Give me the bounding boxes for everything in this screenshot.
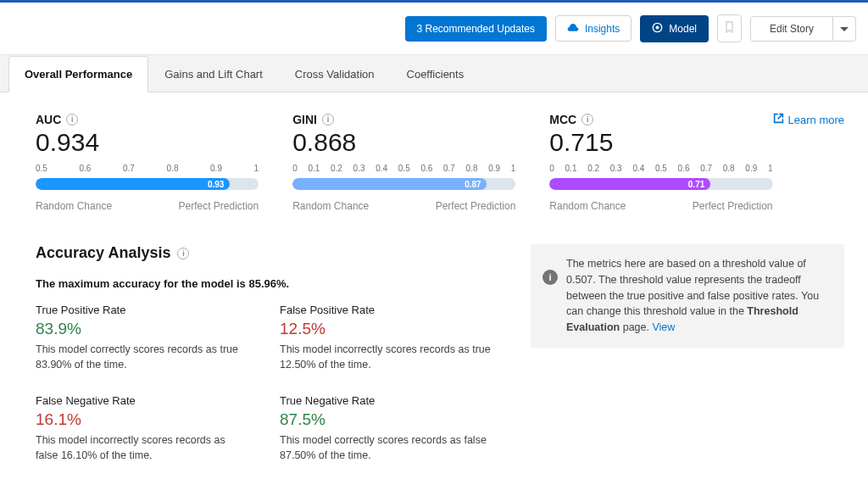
rate-label: False Negative Rate bbox=[36, 394, 258, 407]
gauge-value: 0.868 bbox=[292, 128, 515, 157]
tab-overall-performance[interactable]: Overall Performance bbox=[8, 56, 148, 92]
edit-story-dropdown-button[interactable] bbox=[833, 16, 856, 42]
gauge-endpoints: Random ChancePerfect Prediction bbox=[292, 200, 515, 212]
tabs: Overall Performance Gains and Lift Chart… bbox=[0, 55, 868, 92]
gauge-badge: 0.87 bbox=[459, 178, 486, 190]
insights-button[interactable]: Insights bbox=[555, 15, 632, 42]
gauge-title: MCC bbox=[549, 113, 576, 126]
rate-description: This model incorrectly scores records as… bbox=[280, 343, 492, 372]
info-icon[interactable]: i bbox=[322, 114, 334, 125]
model-label: Model bbox=[669, 23, 697, 35]
rate-description: This model correctly scores records as f… bbox=[280, 433, 492, 463]
gauge-auc: AUCi 0.934 0.50.60.70.80.91 0.93 Random … bbox=[36, 113, 259, 212]
lower-section: Accuracy Analysis i The maximum accuracy… bbox=[36, 244, 844, 463]
toolbar: 3 Recommended Updates Insights Model Edi… bbox=[0, 3, 868, 55]
gauge-fill bbox=[292, 178, 487, 190]
rate-value: 83.9% bbox=[36, 320, 258, 338]
rate-description: This model incorrectly scores records as… bbox=[36, 433, 248, 463]
gauge-ticks: 00.10.20.30.40.50.60.70.80.91 bbox=[549, 164, 772, 173]
accuracy-title: Accuracy Analysis bbox=[36, 244, 170, 262]
content: Learn more AUCi 0.934 0.50.60.70.80.91 0… bbox=[0, 92, 868, 463]
accuracy-subtitle: The maximum accuracy for the model is 85… bbox=[36, 277, 502, 290]
target-icon bbox=[652, 22, 663, 36]
bookmark-icon bbox=[725, 21, 734, 36]
threshold-info-box: i The metrics here are based on a thresh… bbox=[531, 244, 844, 348]
accuracy-grid: True Positive Rate 83.9% This model corr… bbox=[36, 304, 502, 463]
rate-value: 12.5% bbox=[280, 320, 502, 338]
accuracy-cell: False Negative Rate 16.1% This model inc… bbox=[36, 394, 258, 463]
gauge-title: GINI bbox=[292, 113, 317, 126]
gauge-ticks: 00.10.20.30.40.50.60.70.80.91 bbox=[292, 164, 515, 173]
cloud-icon bbox=[567, 22, 579, 35]
recommended-updates-button[interactable]: 3 Recommended Updates bbox=[405, 16, 547, 42]
bookmark-button[interactable] bbox=[717, 14, 742, 42]
tab-coefficients[interactable]: Coefficients bbox=[391, 56, 481, 92]
info-icon: i bbox=[542, 270, 558, 285]
chevron-down-icon bbox=[840, 23, 849, 35]
rate-value: 87.5% bbox=[280, 410, 502, 429]
tab-gains-lift[interactable]: Gains and Lift Chart bbox=[148, 56, 279, 92]
accuracy-cell: False Positive Rate 12.5% This model inc… bbox=[280, 304, 502, 372]
external-link-icon bbox=[773, 113, 784, 126]
info-icon[interactable]: i bbox=[177, 248, 189, 259]
gauge-value: 0.715 bbox=[549, 128, 772, 157]
accuracy-cell: True Positive Rate 83.9% This model corr… bbox=[36, 304, 258, 372]
accuracy-analysis: Accuracy Analysis i The maximum accuracy… bbox=[36, 244, 510, 463]
rate-label: True Positive Rate bbox=[36, 304, 258, 316]
gauge-value: 0.934 bbox=[36, 128, 259, 157]
model-button[interactable]: Model bbox=[640, 15, 709, 42]
rate-label: False Positive Rate bbox=[280, 304, 502, 316]
rate-label: True Negative Rate bbox=[280, 394, 502, 407]
gauge-endpoints: Random ChancePerfect Prediction bbox=[549, 200, 772, 212]
tab-cross-validation[interactable]: Cross Validation bbox=[279, 56, 391, 92]
insights-label: Insights bbox=[585, 23, 620, 35]
gauge-title: AUC bbox=[36, 113, 61, 126]
rate-value: 16.1% bbox=[36, 410, 258, 429]
gauge-badge: 0.71 bbox=[683, 178, 709, 190]
gauge-ticks: 0.50.60.70.80.91 bbox=[36, 164, 259, 173]
gauge-gini: GINIi 0.868 00.10.20.30.40.50.60.70.80.9… bbox=[292, 113, 515, 212]
gauge-fill bbox=[36, 178, 230, 190]
learn-more-link[interactable]: Learn more bbox=[773, 113, 844, 126]
gauge-endpoints: Random ChancePerfect Prediction bbox=[36, 200, 259, 212]
gauge-bar: 0.93 bbox=[36, 178, 259, 190]
accuracy-cell: True Negative Rate 87.5% This model corr… bbox=[280, 394, 502, 463]
rate-description: This model correctly scores records as t… bbox=[36, 343, 248, 372]
threshold-info-text: The metrics here are based on a threshol… bbox=[566, 256, 831, 336]
gauge-bar: 0.87 bbox=[292, 178, 515, 190]
gauge-mcc: MCCi 0.715 00.10.20.30.40.50.60.70.80.91… bbox=[549, 113, 772, 212]
info-text-post: page. bbox=[620, 321, 652, 333]
gauge-badge: 0.93 bbox=[203, 178, 229, 190]
learn-more-label: Learn more bbox=[788, 114, 844, 126]
info-icon[interactable]: i bbox=[66, 114, 78, 125]
edit-story-button[interactable]: Edit Story bbox=[750, 16, 833, 42]
svg-point-1 bbox=[656, 25, 659, 29]
edit-story-group: Edit Story bbox=[750, 16, 856, 42]
threshold-view-link[interactable]: View bbox=[652, 321, 675, 333]
gauge-bar: 0.71 bbox=[549, 178, 772, 190]
gauges-row: AUCi 0.934 0.50.60.70.80.91 0.93 Random … bbox=[36, 113, 773, 212]
info-icon[interactable]: i bbox=[581, 114, 593, 125]
